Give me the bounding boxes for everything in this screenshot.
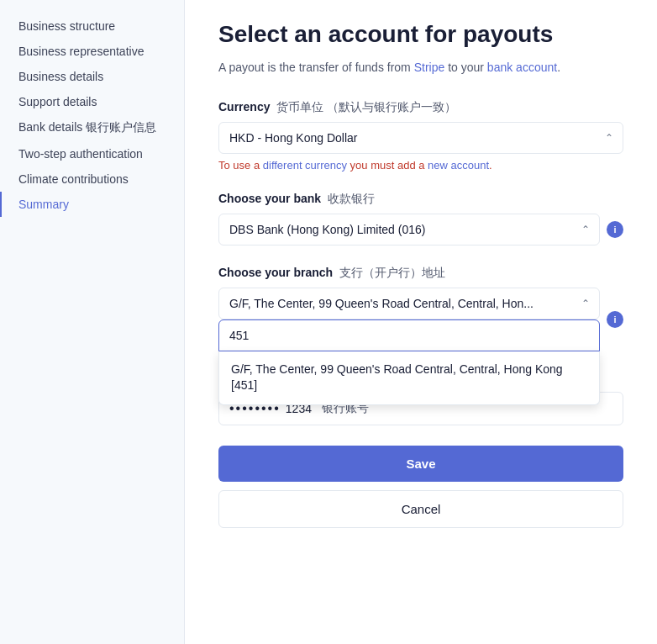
- branch-select[interactable]: G/F, The Center, 99 Queen's Road Central…: [218, 288, 600, 319]
- branch-label: Choose your branch 支行（开户行）地址: [218, 266, 445, 281]
- sidebar-item-two-step-authentication[interactable]: Two-step authentication: [0, 141, 184, 166]
- bank-account-link[interactable]: bank account: [487, 61, 557, 74]
- sidebar-item-support-details[interactable]: Support details: [0, 89, 184, 114]
- currency-hint: To use a different currency you must add…: [218, 159, 623, 172]
- branch-search-input[interactable]: [218, 319, 600, 351]
- branch-info-icon[interactable]: i: [607, 311, 623, 328]
- new-account-link[interactable]: new account: [428, 159, 489, 172]
- branch-display-wrapper: G/F, The Center, 99 Queen's Road Central…: [218, 288, 600, 319]
- currency-select-wrapper: HKD - Hong Kong Dollar ⌃: [218, 122, 623, 154]
- bank-section: Choose your bank 收款银行 DBS Bank (Hong Kon…: [218, 192, 623, 245]
- sidebar-item-business-structure[interactable]: Business structure: [0, 13, 184, 39]
- sidebar-item-business-representative[interactable]: Business representative: [0, 39, 184, 64]
- branch-dropdown: G/F, The Center, 99 Queen's Road Central…: [218, 288, 600, 351]
- branch-search-container: G/F, The Center, 99 Queen's Road Central…: [218, 319, 600, 351]
- currency-section: Currency 货币单位 （默认与银行账户一致） HKD - Hong Kon…: [218, 100, 623, 172]
- sidebar: Business structureBusiness representativ…: [0, 0, 185, 644]
- currency-select[interactable]: HKD - Hong Kong Dollar: [218, 122, 623, 154]
- cancel-button[interactable]: Cancel: [218, 490, 623, 528]
- bank-select-wrapper: DBS Bank (Hong Kong) Limited (016) ⌃: [218, 214, 600, 245]
- buttons-section: Save Cancel: [218, 446, 623, 528]
- bank-label: Choose your bank 收款银行: [218, 192, 375, 207]
- main-content: Select an account for payouts A payout i…: [185, 0, 657, 644]
- branch-section: Choose your branch 支行（开户行）地址 G/F, The Ce…: [218, 266, 623, 351]
- branch-dropdown-list: G/F, The Center, 99 Queen's Road Central…: [218, 351, 600, 405]
- different-currency-link[interactable]: different currency: [263, 159, 347, 172]
- stripe-link[interactable]: Stripe: [414, 61, 445, 74]
- sidebar-item-climate-contributions[interactable]: Climate contributions: [0, 166, 184, 192]
- sidebar-item-summary[interactable]: Summary: [0, 192, 184, 217]
- save-button[interactable]: Save: [218, 446, 623, 482]
- bank-select[interactable]: DBS Bank (Hong Kong) Limited (016): [218, 214, 600, 245]
- bank-select-row: DBS Bank (Hong Kong) Limited (016) ⌃ i: [218, 214, 623, 245]
- page-title: Select an account for payouts: [218, 20, 623, 49]
- page-description: A payout is the transfer of funds from S…: [218, 59, 623, 77]
- sidebar-item-bank-details[interactable]: Bank details 银行账户信息: [0, 114, 184, 141]
- sidebar-item-business-details[interactable]: Business details: [0, 64, 184, 89]
- bank-info-icon[interactable]: i: [607, 221, 623, 238]
- branch-select-top: G/F, The Center, 99 Queen's Road Central…: [218, 288, 623, 351]
- currency-label: Currency 货币单位 （默认与银行账户一致）: [218, 100, 456, 115]
- branch-list-item[interactable]: G/F, The Center, 99 Queen's Road Central…: [219, 351, 599, 404]
